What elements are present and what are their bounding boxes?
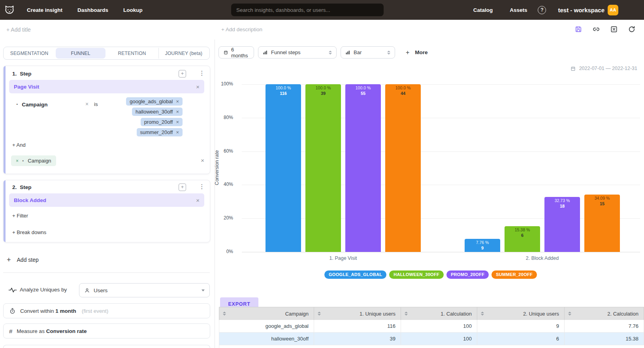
funnel-bar[interactable]: 100.0 %44 (385, 84, 421, 252)
select-arrows-icon (329, 51, 332, 55)
column-header[interactable]: 2. Calculation (565, 307, 644, 320)
duplicate-step-icon[interactable]: + (179, 70, 186, 78)
clear-icon[interactable] (610, 25, 618, 33)
tab-retention[interactable]: RETENTION (107, 48, 157, 59)
bar-pct-label: 32.73 % (544, 198, 580, 203)
workspace-name[interactable]: test - workspace (558, 7, 604, 13)
link-icon[interactable] (592, 25, 600, 33)
remove-value-icon[interactable]: × (176, 119, 179, 125)
sort-icon[interactable] (223, 312, 226, 316)
filter-operator[interactable]: is (94, 101, 98, 107)
legend-item[interactable]: HALLOWEEN_30OFF (389, 270, 444, 279)
sort-icon[interactable] (405, 312, 408, 316)
filter-property-row: · Campaign (16, 101, 48, 108)
bar-pct-label: 100.0 % (345, 85, 381, 91)
help-icon[interactable]: ? (538, 6, 546, 14)
tab-funnel[interactable]: FUNNEL (56, 48, 105, 59)
more-button[interactable]: + More (406, 46, 428, 59)
analysis-tabs: SEGMENTATIONFUNNELRETENTIONJOURNEY (beta… (3, 47, 210, 60)
remove-pending-icon[interactable]: × (16, 158, 19, 164)
avatar[interactable]: AA (608, 5, 618, 15)
plus-icon: + (406, 49, 409, 56)
add-filter-button[interactable]: + Filter (12, 213, 28, 219)
tab-journey-beta-[interactable]: JOURNEY (beta) (158, 48, 209, 59)
tab-segmentation[interactable]: SEGMENTATION (4, 48, 54, 59)
column-header[interactable]: Campaign (219, 307, 314, 320)
add-title-button[interactable]: + Add title (6, 26, 31, 33)
legend-item[interactable]: SUMMER_20OFF (491, 270, 537, 279)
bar-count-label: 44 (385, 91, 421, 96)
remove-value-icon[interactable]: × (176, 109, 179, 115)
drag-handle[interactable] (4, 66, 6, 174)
sort-icon[interactable] (568, 312, 571, 316)
legend-item[interactable]: GOOGLE_ADS_GLOBAL (324, 270, 386, 279)
funnel-bar[interactable]: 32.73 %18 (544, 197, 580, 252)
add-step-button[interactable]: + Add step (7, 255, 39, 265)
filter-values: google_ads_global×halloween_30off×promo_… (126, 97, 183, 136)
column-header[interactable]: 1. Unique users (314, 307, 401, 320)
pending-filter[interactable]: × · Campaign (11, 155, 56, 166)
remove-event-icon[interactable]: × (196, 197, 200, 204)
y-tick-label: 0% (205, 249, 233, 254)
funnel-bar[interactable]: 7.76 %9 (465, 239, 500, 252)
measure-text: Measure as Conversion rate (17, 328, 87, 334)
remove-value-icon[interactable]: × (176, 129, 179, 135)
remove-pending-row-icon[interactable]: × (201, 157, 204, 164)
remove-filter-icon[interactable]: × (85, 101, 89, 107)
period-button[interactable]: 6 months (218, 46, 254, 59)
remove-value-icon[interactable]: × (176, 98, 179, 104)
cat-logo-icon[interactable] (4, 4, 15, 15)
analyze-value: Users (94, 287, 107, 293)
chart-type-select[interactable]: Bar (341, 46, 395, 59)
view-select[interactable]: Funnel steps (258, 46, 337, 59)
bar-pct-label: 100.0 % (305, 85, 341, 91)
nav-item-catalog[interactable]: Catalog (473, 7, 493, 13)
analyze-dropdown[interactable]: Users (79, 283, 210, 297)
filter-property[interactable]: Campaign (22, 102, 47, 108)
measure-as-setting[interactable]: # Measure as Conversion rate (3, 323, 210, 339)
table-row[interactable]: halloween_30off39100615.38 (219, 333, 644, 345)
save-icon[interactable] (574, 25, 582, 33)
column-header[interactable]: 2. Unique users (477, 307, 565, 320)
event-row[interactable]: Page Visit × (9, 80, 204, 93)
search-input[interactable] (231, 4, 384, 16)
sort-icon[interactable] (481, 312, 484, 316)
table-row[interactable]: google_ads_global11610097.76 (219, 320, 644, 333)
nav-item-dashboards[interactable]: Dashboards (77, 7, 108, 13)
add-description-button[interactable]: + Add description (221, 26, 262, 32)
nav-item-create-insight[interactable]: Create insight (27, 7, 62, 13)
funnel-bar[interactable]: 100.0 %39 (305, 84, 341, 252)
column-label: 1. Calculation (408, 311, 472, 317)
refresh-icon[interactable] (628, 25, 636, 33)
funnel-bar[interactable]: 15.38 %6 (505, 226, 540, 252)
filter-value-tag[interactable]: halloween_30off× (132, 108, 183, 116)
funnel-bar[interactable]: 100.0 %55 (345, 84, 381, 252)
funnel-bar[interactable]: 100.0 %116 (266, 84, 301, 252)
chevron-down-icon (201, 289, 205, 291)
step-menu-icon[interactable]: ⋮ (199, 70, 205, 77)
bullet-icon: · (16, 101, 18, 108)
event-name: Block Added (14, 197, 46, 203)
add-and-button[interactable]: + And (12, 142, 26, 148)
table-cell: 15.38 (565, 333, 644, 345)
event-row[interactable]: Block Added × (9, 193, 204, 207)
remove-event-icon[interactable]: × (196, 83, 200, 90)
funnel-bar[interactable]: 34.09 %15 (584, 195, 620, 252)
table-cell: 100 (401, 320, 477, 333)
drag-handle[interactable] (4, 180, 6, 242)
table-body: google_ads_global11610097.76halloween_30… (219, 320, 644, 345)
gridline (242, 218, 640, 219)
duplicate-step-icon[interactable]: + (179, 183, 186, 191)
add-breakdown-button[interactable]: + Break downs (12, 229, 46, 235)
convert-within-setting[interactable]: Convert within 1 month(first event) (3, 303, 210, 318)
nav-item-lookup[interactable]: Lookup (123, 7, 143, 13)
filter-value-tag[interactable]: google_ads_global× (126, 97, 183, 106)
nav-item-assets[interactable]: Assets (510, 7, 527, 13)
column-header[interactable]: 1. Calculation (401, 307, 477, 320)
step-menu-icon[interactable]: ⋮ (199, 183, 205, 190)
filter-value-tag[interactable]: summer_20off× (137, 128, 183, 136)
convert-value: 1 month (55, 308, 76, 314)
sort-icon[interactable] (318, 312, 321, 316)
filter-value-tag[interactable]: promo_20off× (141, 118, 183, 126)
legend-item[interactable]: PROMO_20OFF (446, 270, 489, 279)
